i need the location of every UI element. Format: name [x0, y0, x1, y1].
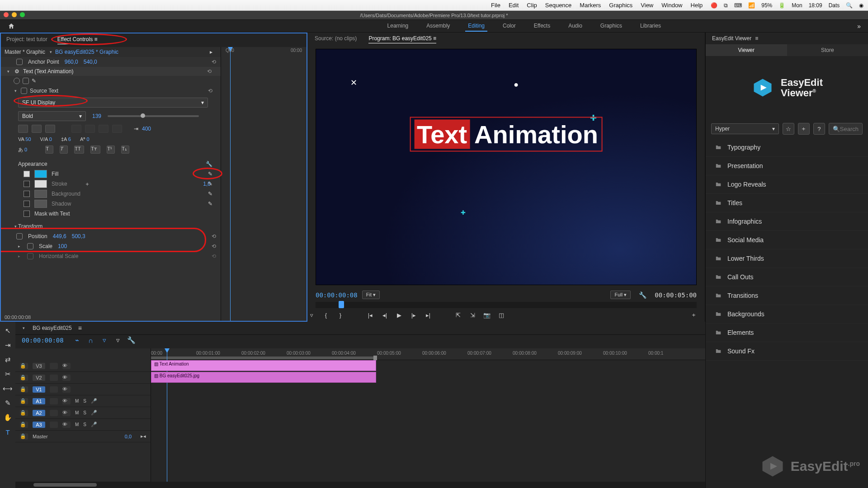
ws-libraries[interactable]: Libraries: [637, 21, 664, 32]
step-fwd-icon[interactable]: |▸: [410, 311, 418, 319]
align-center-icon[interactable]: [32, 125, 42, 133]
compare-icon[interactable]: ◫: [497, 311, 505, 319]
sync-lock-icon[interactable]: [50, 363, 58, 369]
category-transitions[interactable]: Transitions: [706, 286, 868, 305]
menu-view[interactable]: View: [641, 2, 653, 9]
ws-learning[interactable]: Learning: [385, 21, 411, 32]
ee-tab-viewer[interactable]: Viewer: [706, 44, 787, 56]
timeline-h-scroll[interactable]: [15, 482, 705, 488]
track-v1[interactable]: 🔒V1👁: [15, 384, 151, 395]
stroke-swatch[interactable]: [34, 180, 47, 188]
extract-icon[interactable]: ⇲: [468, 311, 476, 319]
work-area-bar[interactable]: [151, 357, 377, 359]
lock-icon[interactable]: 🔒: [20, 398, 28, 404]
track-a3[interactable]: 🔒A3👁MS🎤: [15, 419, 151, 431]
category-presentation[interactable]: Presentation: [706, 157, 868, 175]
tab-project[interactable]: Project: text tutor: [6, 36, 47, 44]
font-dropdown[interactable]: SF UI Display▾: [18, 98, 208, 108]
scale-kf[interactable]: [27, 243, 33, 249]
menu-edit[interactable]: Edit: [509, 2, 519, 9]
stroke-eyedropper-icon[interactable]: ✎: [208, 181, 212, 187]
resolution-dropdown[interactable]: Full ▾: [610, 291, 631, 299]
fit-dropdown[interactable]: Fit ▾: [362, 291, 380, 299]
mic-icon[interactable]: 🎤: [91, 398, 97, 404]
fill-checkbox[interactable]: [24, 171, 30, 177]
sourcetext-kf[interactable]: [21, 88, 27, 94]
category-typography[interactable]: Typography: [706, 138, 868, 157]
position-y[interactable]: 500,3: [72, 233, 85, 239]
play-icon[interactable]: ▶: [395, 311, 403, 319]
battery-icon[interactable]: 🔋: [778, 2, 785, 9]
ws-overflow-icon[interactable]: »: [857, 23, 861, 30]
subscript-icon[interactable]: T₁: [121, 145, 129, 154]
sync-lock-icon[interactable]: [50, 398, 58, 404]
weight-dropdown[interactable]: Bold▾: [18, 111, 86, 121]
lift-icon[interactable]: ⇱: [454, 311, 462, 319]
wrench-icon[interactable]: 🔧: [206, 161, 212, 167]
spotlight-icon[interactable]: 🔍: [846, 2, 853, 9]
mask-ellipse-icon[interactable]: [14, 78, 20, 84]
wrench-icon[interactable]: 🔧: [639, 291, 646, 299]
pen-tool-icon[interactable]: ✎: [3, 399, 12, 408]
faux-bold-icon[interactable]: T: [45, 145, 53, 154]
clip-bg-image[interactable]: ▧ BG easyEdit025.jpg: [151, 372, 376, 383]
category-sound-fx[interactable]: Sound Fx: [706, 342, 868, 361]
program-scrubber[interactable]: [316, 302, 697, 308]
category-backgrounds[interactable]: Backgrounds: [706, 305, 868, 324]
ws-editing[interactable]: Editing: [465, 21, 487, 32]
stroke-checkbox[interactable]: [24, 181, 30, 187]
timeline-tc[interactable]: 00:00:00:08: [22, 337, 64, 344]
ws-effects[interactable]: Effects: [531, 21, 553, 32]
user-label[interactable]: Dats: [829, 2, 840, 9]
size-slider[interactable]: [108, 115, 199, 117]
help-icon[interactable]: ?: [813, 123, 825, 135]
bg-checkbox[interactable]: [24, 191, 30, 197]
category-social-media[interactable]: Social Media: [706, 231, 868, 249]
mask-checkbox[interactable]: [24, 211, 30, 217]
mark-in-button[interactable]: {: [322, 311, 330, 319]
allcaps-icon[interactable]: TT: [74, 145, 84, 154]
sync-lock-icon[interactable]: [50, 410, 58, 416]
track-a1[interactable]: 🔒A1👁MS🎤: [15, 395, 151, 407]
program-tc-left[interactable]: 00:00:00:08: [316, 291, 358, 299]
pen-icon[interactable]: ✎: [32, 78, 36, 84]
link-icon[interactable]: ∩: [86, 336, 95, 345]
mark-out-button[interactable]: }: [336, 311, 344, 319]
category-lower-thirds[interactable]: Lower Thirds: [706, 249, 868, 268]
mask-rect-icon[interactable]: [23, 78, 29, 84]
sync-lock-icon[interactable]: [50, 422, 58, 428]
fill-eyedropper-icon[interactable]: ✎: [208, 171, 212, 177]
toggle-icon[interactable]: 👁: [62, 410, 71, 416]
category-titles[interactable]: Titles: [706, 194, 868, 212]
mark-in-icon[interactable]: ▿: [307, 311, 316, 319]
smallcaps-icon[interactable]: Tᴛ: [90, 145, 100, 154]
lock-icon[interactable]: 🔒: [20, 422, 28, 428]
anchor-keyframe-toggle[interactable]: [16, 59, 23, 65]
track-select-tool-icon[interactable]: ⇥: [3, 341, 12, 350]
selection-tool-icon[interactable]: ↖: [3, 326, 12, 335]
lock-icon[interactable]: 🔒: [20, 410, 28, 416]
track-a2[interactable]: 🔒A2👁MS🎤: [15, 407, 151, 419]
font-size[interactable]: 139: [92, 113, 101, 119]
type-tool-icon[interactable]: T: [3, 427, 12, 436]
ws-audio[interactable]: Audio: [566, 21, 585, 32]
slip-tool-icon[interactable]: ⟷: [3, 384, 12, 393]
ee-tab-store[interactable]: Store: [787, 44, 868, 56]
toggle-icon[interactable]: 👁: [62, 422, 71, 428]
scale-val[interactable]: 100: [58, 243, 67, 249]
add-button-icon[interactable]: ＋: [689, 311, 698, 319]
siri-icon[interactable]: ◉: [859, 2, 863, 9]
align-left-icon[interactable]: [18, 125, 28, 133]
lock-icon[interactable]: 🔒: [20, 375, 28, 381]
position-kf[interactable]: [16, 233, 23, 239]
toggle-icon[interactable]: 👁: [62, 375, 71, 381]
toggle-icon[interactable]: 👁: [62, 386, 71, 393]
ripple-tool-icon[interactable]: ⇄: [3, 355, 12, 364]
menu-clip[interactable]: Clip: [527, 2, 537, 9]
toggle-icon[interactable]: 👁: [62, 363, 71, 369]
snapshot-icon[interactable]: 📷: [483, 311, 491, 319]
display-icon[interactable]: ⧉: [724, 2, 728, 9]
search-input[interactable]: 🔍 Search: [829, 123, 863, 135]
mic-icon[interactable]: 🎤: [91, 410, 97, 416]
razor-tool-icon[interactable]: ✂: [3, 370, 12, 379]
